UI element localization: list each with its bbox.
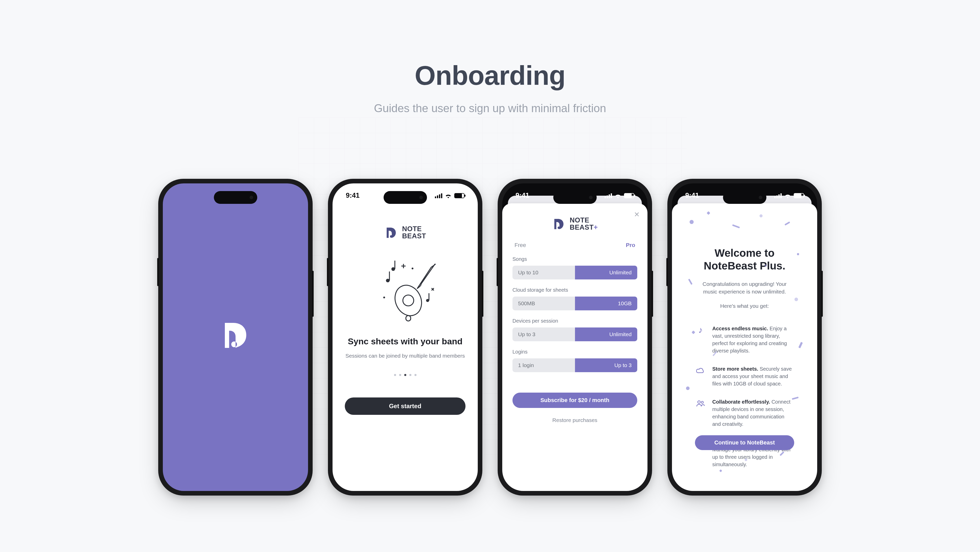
status-icons — [774, 193, 804, 198]
page-indicator[interactable] — [345, 374, 466, 376]
slide-headline: Sync sheets with your band — [345, 337, 466, 346]
cellular-icon — [605, 193, 612, 198]
svg-rect-4 — [389, 271, 390, 281]
battery-icon — [454, 193, 465, 198]
brand-logo-plus: NOTE BEAST+ — [512, 217, 637, 231]
people-icon — [695, 398, 706, 408]
svg-rect-6 — [394, 260, 395, 269]
row-free-value: Up to 3 — [512, 327, 575, 341]
welcome-whats: Here's what you get: — [695, 303, 794, 309]
cellular-icon — [774, 193, 782, 198]
page-header: Onboarding Guides the user to sign up wi… — [0, 60, 980, 116]
wifi-icon — [784, 193, 791, 198]
tier-pro[interactable]: Pro — [626, 242, 635, 249]
svg-rect-11 — [406, 316, 410, 321]
row-split: Up to 10 Unlimited — [512, 266, 637, 279]
feature-item: ♪ Access endless music. Enjoy a vast, un… — [695, 325, 794, 354]
phones-row: 9:41 NOTEBEAST — [0, 179, 980, 496]
svg-point-12 — [558, 227, 560, 229]
screen-welcome: 9:41 — [672, 183, 817, 491]
row-pro-value: Unlimited — [575, 266, 638, 279]
svg-point-0 — [390, 235, 393, 238]
row-pro-value: 10GB — [575, 297, 638, 310]
row-pro-value: Up to 3 — [575, 358, 638, 372]
svg-rect-8 — [428, 293, 430, 300]
battery-icon — [624, 193, 634, 198]
row-split: Up to 3 Unlimited — [512, 327, 637, 341]
wifi-icon — [445, 193, 452, 198]
pricing-rows: Songs Up to 10 Unlimited Cloud storage f… — [512, 256, 637, 372]
brand-wordmark: NOTEBEAST — [402, 225, 426, 240]
restore-purchases-link[interactable]: Restore purchases — [512, 417, 637, 423]
feature-item: Store more sheets. Securely save and acc… — [695, 365, 794, 388]
screen-onboarding-slide: 9:41 NOTEBEAST — [332, 183, 478, 491]
subscribe-button[interactable]: Subscribe for $20 / month — [512, 392, 637, 408]
status-time: 9:41 — [346, 191, 360, 199]
brand-wordmark-plus: NOTE BEAST+ — [570, 217, 598, 231]
notch — [383, 191, 427, 204]
svg-point-2 — [403, 295, 414, 306]
phone-pricing: 9:41 ✕ NOTE BEAST+ — [498, 179, 652, 496]
svg-point-9 — [411, 268, 413, 269]
row-free-value: 1 login — [512, 358, 575, 372]
wifi-icon — [614, 193, 621, 198]
cellular-icon — [435, 193, 442, 198]
notebeast-logo-icon — [218, 316, 253, 352]
row-pro-value: Unlimited — [575, 327, 638, 341]
close-icon[interactable]: ✕ — [634, 211, 640, 219]
tier-free[interactable]: Free — [514, 242, 526, 249]
get-started-button[interactable]: Get started — [345, 397, 466, 415]
row-free-value: Up to 10 — [512, 266, 575, 279]
notch — [723, 191, 767, 204]
status-icons — [605, 193, 634, 198]
slide-subtext: Sessions can be joined by multiple band … — [345, 352, 466, 360]
row-label: Cloud storage for sheets — [512, 287, 637, 293]
pricing-sheet: ✕ NOTE BEAST+ Free Pro Songs — [502, 203, 648, 491]
status-time: 9:41 — [685, 191, 699, 199]
screen-splash — [163, 183, 308, 491]
phone-splash — [158, 179, 313, 496]
row-free-value: 500MB — [512, 297, 575, 310]
welcome-congrats: Congratulations on upgrading! Your music… — [695, 280, 794, 296]
music-note-icon: ♪ — [695, 325, 706, 335]
page-subtitle: Guides the user to sign up with minimal … — [0, 101, 980, 116]
brand-logo: NOTEBEAST — [345, 225, 466, 240]
continue-button[interactable]: Continue to NoteBeast — [695, 435, 794, 450]
phone-welcome: 9:41 — [667, 179, 822, 496]
svg-point-13 — [698, 401, 700, 403]
row-label: Devices per session — [512, 318, 637, 324]
svg-point-14 — [701, 401, 703, 403]
status-time: 9:41 — [515, 191, 529, 199]
tier-toggle[interactable]: Free Pro — [512, 242, 637, 249]
row-label: Logins — [512, 349, 637, 355]
row-split: 500MB 10GB — [512, 297, 637, 310]
notebeast-mark-icon — [552, 217, 566, 231]
page-title: Onboarding — [0, 60, 980, 91]
row-split: 1 login Up to 3 — [512, 358, 637, 372]
row-label: Songs — [512, 256, 637, 262]
feature-item: Collaborate effortlessly. Connect multip… — [695, 398, 794, 428]
svg-point-1 — [390, 281, 426, 320]
onboarding-illustration — [372, 255, 438, 322]
battery-icon — [794, 193, 804, 198]
notebeast-mark-icon — [384, 225, 398, 239]
notch — [553, 191, 597, 204]
notch — [214, 191, 257, 204]
cloud-icon — [695, 365, 706, 375]
status-icons — [435, 193, 465, 198]
welcome-title: Welcome toNoteBeast Plus. — [695, 247, 794, 273]
screen-pricing: 9:41 ✕ NOTE BEAST+ — [502, 183, 648, 491]
phone-onboarding-slide: 9:41 NOTEBEAST — [328, 179, 482, 496]
welcome-sheet: Welcome toNoteBeast Plus. Congratulation… — [672, 203, 817, 491]
svg-point-10 — [383, 297, 385, 298]
